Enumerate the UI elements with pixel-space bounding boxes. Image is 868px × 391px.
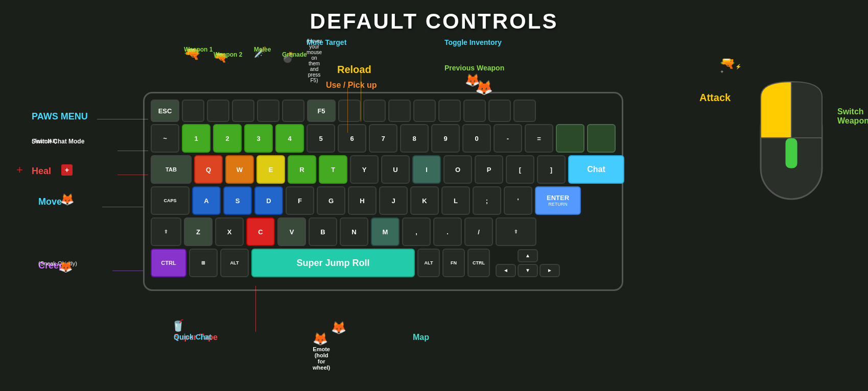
key-blank-11: [463, 100, 486, 122]
page-title: DEFAULT CONTROLS: [0, 0, 868, 34]
key-comma: ,: [402, 217, 431, 246]
key-down: ▼: [518, 264, 538, 277]
svg-rect-2: [785, 138, 797, 168]
key-blank-5: [282, 100, 304, 122]
key-bracket-close: [587, 124, 616, 153]
arrow-keys: ▲ ◄ ▼ ►: [496, 249, 560, 277]
grenade-label: Grenade 💣: [282, 51, 295, 63]
key-enter[interactable]: ENTER RETURN: [535, 186, 581, 215]
key-y: Y: [350, 155, 379, 184]
key-p: P: [475, 155, 503, 184]
key-minus: -: [494, 124, 522, 153]
key-5: 5: [307, 124, 335, 153]
key-row-1: ~ 1 2 3 4 5 6 7 8 9 0 - =: [151, 124, 616, 153]
key-l: L: [441, 186, 470, 215]
key-blank-7: [363, 100, 386, 122]
key-equals: =: [525, 124, 553, 153]
key-4[interactable]: 4: [275, 124, 304, 153]
key-x: X: [215, 217, 244, 246]
key-9: 9: [431, 124, 460, 153]
key-3[interactable]: 3: [244, 124, 273, 153]
key-m[interactable]: M: [371, 217, 400, 246]
key-bracket-open: [556, 124, 584, 153]
key-fn: FN: [442, 249, 465, 277]
key-d[interactable]: D: [254, 186, 283, 215]
key-quote: ': [504, 186, 532, 215]
move-line: [102, 207, 143, 207]
key-rbracket: ]: [537, 155, 566, 184]
key-tilde: ~: [151, 124, 179, 153]
key-ctrl[interactable]: CTRL: [151, 249, 186, 277]
key-a[interactable]: A: [192, 186, 221, 215]
key-w[interactable]: W: [225, 155, 254, 184]
key-8: 8: [400, 124, 429, 153]
key-right: ►: [539, 264, 560, 277]
tape-line: [255, 286, 256, 332]
reload-line: [361, 70, 361, 121]
emote-fox-icon: 🦊: [331, 321, 346, 335]
key-2[interactable]: 2: [213, 124, 242, 153]
key-blank-12: [488, 100, 511, 122]
gun-icon-mouse: 🔫: [720, 56, 735, 70]
key-row-5: CTRL ⊞ ALT Super Jump Roll ALT FN CTRL ▲…: [151, 249, 616, 277]
key-f: F: [286, 186, 314, 215]
keyboard-border: ESC F5 ~ 1 2 3: [143, 92, 623, 291]
key-i[interactable]: I: [412, 155, 441, 184]
heal-icon: +: [16, 163, 23, 177]
heal-line: [118, 175, 148, 175]
key-q[interactable]: Q: [194, 155, 223, 184]
switch-chat-line: [118, 151, 148, 151]
key-row-0: ESC F5: [151, 100, 616, 122]
key-left: ◄: [496, 264, 516, 277]
key-alt-r: ALT: [417, 249, 440, 277]
key-z[interactable]: Z: [184, 217, 213, 246]
key-s[interactable]: S: [223, 186, 252, 215]
use-pickup-line: [347, 87, 348, 133]
key-chat[interactable]: Chat: [568, 155, 624, 184]
key-blank-8: [388, 100, 411, 122]
key-blank-10: [438, 100, 461, 122]
key-win: ⊞: [189, 249, 218, 277]
key-shift-l: ⇧: [151, 217, 181, 246]
key-1[interactable]: 1: [182, 124, 210, 153]
prev-weapon-fox-icon: 🦊: [475, 79, 493, 96]
weapon1-label: Weapon 1 🔫: [184, 46, 200, 62]
key-alt-l: ALT: [220, 249, 249, 277]
super-tape-icon: 🥤: [171, 319, 185, 332]
key-e[interactable]: E: [256, 155, 285, 184]
key-g: G: [317, 186, 345, 215]
key-row-3: CAPS A S D F G H J K L ; ' ENTER RETURN: [151, 186, 616, 215]
key-blank-4: [257, 100, 279, 122]
key-6: 6: [338, 124, 366, 153]
key-blank-13: [513, 100, 536, 122]
melee-label: Melee 🗡️: [254, 46, 267, 58]
key-k: K: [410, 186, 439, 215]
key-b: B: [309, 217, 337, 246]
key-caps: CAPS: [151, 186, 190, 215]
creep-line: [112, 271, 143, 271]
key-space[interactable]: Super Jump Roll: [251, 249, 415, 277]
key-up: ▲: [518, 249, 538, 262]
key-v[interactable]: V: [277, 217, 306, 246]
key-period: .: [433, 217, 462, 246]
key-blank-3: [232, 100, 254, 122]
key-row-2: TAB Q W E R T Y U I O P [ ] Chat: [151, 155, 616, 184]
gun-sparkle: ✦: [720, 69, 724, 75]
key-semi: ;: [473, 186, 501, 215]
key-f5[interactable]: F5: [307, 100, 336, 122]
key-j: J: [379, 186, 408, 215]
key-c[interactable]: C: [246, 217, 275, 246]
key-r[interactable]: R: [288, 155, 316, 184]
mouse-svg: [750, 77, 832, 219]
key-row-4: ⇧ Z X C V B N M , . / ⇧: [151, 217, 616, 246]
key-h: H: [348, 186, 377, 215]
key-esc[interactable]: ESC: [151, 100, 179, 122]
key-tab[interactable]: TAB: [151, 155, 192, 184]
key-lbracket: [: [506, 155, 534, 184]
key-ctrl-r: CTRL: [467, 249, 490, 277]
key-7: 7: [369, 124, 397, 153]
key-t[interactable]: T: [319, 155, 347, 184]
mouse-area: Attack Switch Weapon 🔫 ✦ ⚡: [750, 77, 853, 271]
key-slash: /: [464, 217, 493, 246]
key-blank-6: [338, 100, 361, 122]
